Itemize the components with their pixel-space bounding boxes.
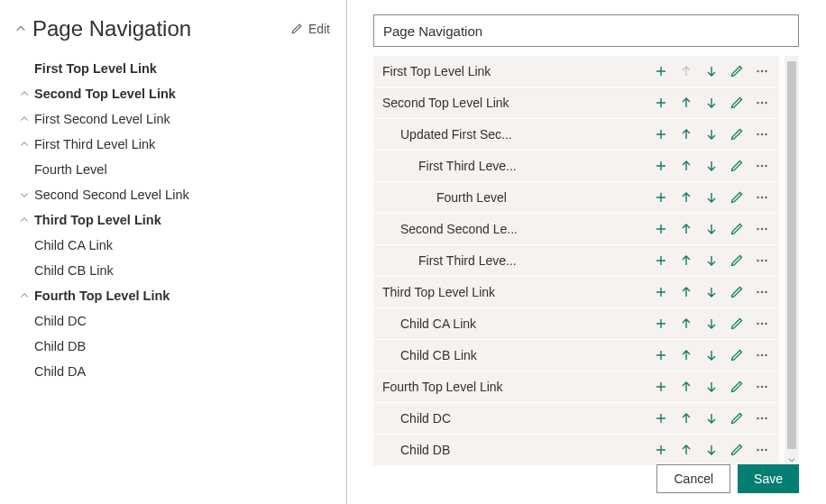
scrollbar-thumb[interactable] [787, 61, 796, 449]
edit-button[interactable]: Edit [290, 22, 330, 36]
nav-tree-item[interactable]: Second Top Level Link [14, 81, 330, 106]
more-icon[interactable] [750, 123, 774, 146]
move-down-icon[interactable] [700, 91, 723, 115]
more-icon[interactable] [750, 60, 774, 83]
move-down-icon[interactable] [700, 217, 723, 241]
chevron-up-icon[interactable] [14, 88, 34, 99]
edit-icon[interactable] [725, 123, 748, 146]
edit-icon[interactable] [725, 280, 748, 304]
move-down-icon[interactable] [700, 344, 723, 367]
add-icon[interactable] [649, 186, 673, 209]
add-icon[interactable] [649, 217, 673, 241]
add-icon[interactable] [649, 91, 673, 115]
nav-tree-item[interactable]: First Top Level Link [14, 56, 330, 81]
nav-tree-label: Fourth Level [34, 162, 107, 177]
chevron-up-icon[interactable] [14, 290, 34, 301]
scrollbar[interactable] [785, 56, 799, 466]
link-row: Second Second Le... [373, 214, 779, 245]
move-down-icon[interactable] [700, 312, 723, 335]
add-icon[interactable] [649, 312, 673, 335]
edit-icon[interactable] [725, 249, 748, 272]
add-icon[interactable] [649, 344, 673, 367]
move-up-icon[interactable] [675, 186, 698, 209]
move-down-icon[interactable] [700, 407, 723, 430]
more-icon[interactable] [750, 249, 774, 272]
save-button[interactable]: Save [738, 464, 799, 493]
link-row-label: Child DC [373, 411, 649, 426]
move-up-icon[interactable] [675, 344, 698, 367]
move-up-icon[interactable] [675, 123, 698, 146]
nav-tree-item[interactable]: Fourth Level [14, 157, 330, 182]
link-row: First Top Level Link [373, 56, 779, 87]
move-down-icon[interactable] [700, 280, 723, 304]
more-icon[interactable] [750, 217, 774, 241]
nav-tree-item[interactable]: Child CB Link [14, 258, 330, 283]
edit-icon[interactable] [725, 186, 748, 209]
move-down-icon[interactable] [700, 154, 723, 178]
more-icon[interactable] [750, 154, 774, 178]
add-icon[interactable] [649, 407, 673, 430]
move-down-icon[interactable] [700, 249, 723, 272]
add-icon[interactable] [649, 375, 673, 399]
add-icon[interactable] [649, 154, 673, 178]
nav-tree-item[interactable]: First Third Level Link [14, 132, 330, 157]
more-icon[interactable] [750, 344, 774, 367]
nav-editor-panel: First Top Level LinkSecond Top Level Lin… [346, 0, 826, 504]
link-row-actions [649, 217, 779, 241]
chevron-up-icon[interactable] [14, 139, 34, 150]
add-icon[interactable] [649, 249, 673, 272]
edit-icon[interactable] [725, 154, 748, 178]
add-icon[interactable] [649, 438, 673, 462]
edit-icon[interactable] [725, 60, 748, 83]
nav-tree-item[interactable]: Second Second Level Link [14, 182, 330, 207]
nav-tree-item[interactable]: Child DB [14, 334, 330, 359]
move-down-icon[interactable] [700, 375, 723, 399]
svg-point-33 [757, 417, 758, 419]
add-icon[interactable] [649, 280, 673, 304]
move-down-icon[interactable] [700, 123, 723, 146]
add-icon[interactable] [649, 123, 673, 146]
nav-tree-item[interactable]: Child CA Link [14, 233, 330, 258]
move-up-icon[interactable] [675, 249, 698, 272]
move-down-icon[interactable] [700, 186, 723, 209]
nav-tree-item[interactable]: Third Top Level Link [14, 207, 330, 233]
edit-icon[interactable] [725, 91, 748, 115]
edit-icon[interactable] [725, 407, 748, 430]
edit-icon[interactable] [725, 344, 748, 367]
page-title-text: Page Navigation [32, 16, 191, 41]
move-down-icon[interactable] [700, 60, 723, 83]
nav-tree-item[interactable]: Child DC [14, 308, 330, 334]
svg-point-5 [765, 102, 766, 104]
nav-tree-item[interactable]: Fourth Top Level Link [14, 283, 330, 308]
nav-tree-item[interactable]: First Second Level Link [14, 106, 330, 132]
edit-icon[interactable] [725, 217, 748, 241]
edit-icon[interactable] [725, 312, 748, 335]
more-icon[interactable] [750, 407, 774, 430]
chevron-up-icon[interactable] [14, 215, 34, 225]
add-icon[interactable] [649, 60, 673, 83]
edit-icon[interactable] [725, 438, 748, 462]
move-up-icon[interactable] [675, 312, 698, 335]
more-icon[interactable] [750, 312, 774, 335]
nav-title-input[interactable] [373, 14, 799, 47]
move-up-icon[interactable] [675, 154, 698, 178]
chevron-up-icon[interactable] [14, 114, 34, 124]
nav-tree-item[interactable]: Child DA [14, 359, 330, 384]
edit-icon[interactable] [725, 375, 748, 399]
move-up-icon[interactable] [675, 91, 698, 115]
cancel-button[interactable]: Cancel [656, 464, 730, 493]
link-row-label: Third Top Level Link [373, 285, 649, 299]
move-down-icon[interactable] [700, 438, 723, 462]
move-up-icon[interactable] [675, 217, 698, 241]
link-row: Fourth Top Level Link [373, 371, 779, 403]
more-icon[interactable] [750, 186, 774, 209]
move-up-icon[interactable] [675, 375, 698, 399]
more-icon[interactable] [750, 438, 774, 462]
move-up-icon[interactable] [675, 407, 698, 430]
move-up-icon[interactable] [675, 438, 698, 462]
more-icon[interactable] [750, 280, 774, 304]
move-up-icon[interactable] [675, 280, 698, 304]
more-icon[interactable] [750, 375, 774, 399]
more-icon[interactable] [750, 91, 774, 115]
chevron-down-icon[interactable] [14, 189, 34, 200]
